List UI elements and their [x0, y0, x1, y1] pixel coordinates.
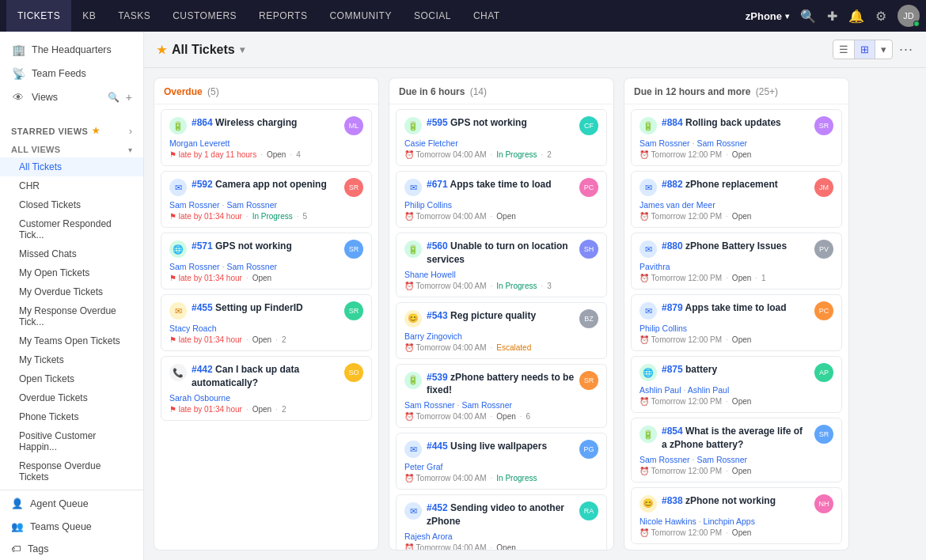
- view-item-closed-tickets[interactable]: Closed Tickets: [0, 195, 143, 214]
- table-row[interactable]: ✉ #879 Apps take time to load PC Philip …: [631, 294, 842, 351]
- table-row[interactable]: ✉ #880 zPhone Battery Issues PV Pavithra…: [631, 233, 842, 289]
- ticket-assignee[interactable]: Casie Fletcher: [404, 138, 598, 148]
- grid-view-button[interactable]: ⊞: [855, 40, 875, 59]
- starred-views-chevron[interactable]: ›: [129, 125, 132, 137]
- table-row[interactable]: 🔋 #864 Wireless charging ML Morgan Lever…: [161, 109, 372, 166]
- view-toggle: ☰ ⊞ ▾: [833, 40, 893, 59]
- settings-icon[interactable]: ⚙: [875, 9, 886, 24]
- views-icon: 👁: [11, 91, 25, 104]
- table-row[interactable]: ✉ #882 zPhone replacement JM James van d…: [631, 171, 842, 228]
- due-12h-column: Due in 12 hours and more (25+) 🔋 #884 Ro…: [624, 78, 849, 551]
- ticket-assignee[interactable]: Morgan Leverett: [169, 138, 363, 148]
- table-row[interactable]: 📞 #442 Can I back up data automatically?…: [161, 356, 372, 421]
- sidebar-item-tags[interactable]: 🏷 Tags: [0, 538, 143, 560]
- view-item-my-open-tickets[interactable]: My Open Tickets: [0, 263, 143, 282]
- table-row[interactable]: 🔋 #884 Rolling back updates SR Sam Rossn…: [631, 109, 842, 166]
- ticket-assignee[interactable]: Sam RossnerSam Rossner: [639, 138, 833, 148]
- table-row[interactable]: ✉ #671 Apps take time to load PC Philip …: [396, 171, 607, 228]
- add-icon[interactable]: ✚: [827, 9, 837, 24]
- view-item-my-response-overdue[interactable]: My Response Overdue Tick...: [0, 301, 143, 331]
- sidebar-item-teams-queue[interactable]: 👥 Teams Queue: [0, 515, 143, 538]
- ticket-meta: ⚑ late by 01:34 hour ·Open ·2: [169, 405, 363, 414]
- nav-item-reports[interactable]: REPORTS: [248, 0, 318, 32]
- search-views-icon[interactable]: 🔍: [108, 92, 120, 103]
- table-row[interactable]: ✉ #445 Using live wallpapers PG Peter Gr…: [396, 433, 607, 490]
- view-item-positive-customer[interactable]: Positive Customer Happin...: [0, 426, 143, 456]
- view-item-my-teams-open[interactable]: My Teams Open Tickets: [0, 331, 143, 350]
- sidebar: 🏢 The Headquarters 📡 Team Feeds 👁 Views …: [0, 32, 144, 560]
- sidebar-item-agent-queue[interactable]: 👤 Agent Queue: [0, 492, 143, 515]
- notifications-icon[interactable]: 🔔: [848, 9, 864, 24]
- sidebar-item-views[interactable]: 👁 Views 🔍 +: [0, 85, 143, 109]
- more-options-button[interactable]: ···: [899, 41, 913, 58]
- nav-item-community[interactable]: COMMUNITY: [318, 0, 403, 32]
- avatar: SO: [344, 363, 363, 382]
- nav-item-customers[interactable]: CUSTOMERS: [161, 0, 248, 32]
- ticket-type-icon: 🔋: [639, 426, 657, 443]
- view-item-response-overdue[interactable]: Response Overdue Tickets: [0, 456, 143, 486]
- view-item-missed-chats[interactable]: Missed Chats: [0, 244, 143, 263]
- nav-item-social[interactable]: SOCIAL: [403, 0, 462, 32]
- ticket-type-icon: 😊: [639, 495, 657, 513]
- late-indicator: ⚑ late by 01:34 hour: [169, 405, 242, 414]
- ticket-title: #543 Reg picture quality: [427, 309, 536, 323]
- table-row[interactable]: 🔋 #595 GPS not working CF Casie Fletcher…: [396, 109, 607, 166]
- table-row[interactable]: ✉ #592 Camera app not opening SR Sam Ros…: [161, 171, 372, 228]
- table-row[interactable]: 🌐 #875 battery AP Ashlin PaulAshlin Paul…: [631, 356, 842, 413]
- sidebar-item-team-feeds[interactable]: 📡 Team Feeds: [0, 62, 143, 85]
- ticket-assignee[interactable]: Ashlin PaulAshlin Paul: [639, 385, 833, 395]
- view-item-chr[interactable]: CHR: [0, 176, 143, 195]
- sidebar-item-headquarters[interactable]: 🏢 The Headquarters: [0, 38, 143, 62]
- table-row[interactable]: ✉ #455 Setting up FinderID SR Stacy Roac…: [161, 294, 372, 351]
- view-item-all-tickets[interactable]: All Tickets: [0, 157, 143, 176]
- content-title[interactable]: ★ All Tickets ▾: [157, 43, 245, 57]
- search-icon[interactable]: 🔍: [800, 9, 816, 24]
- table-row[interactable]: 🌐 #571 GPS not working SR Sam RossnerSam…: [161, 233, 372, 289]
- sidebar-bottom-section: 👤 Agent Queue 👥 Teams Queue 🏷 Tags ◀ ☰: [0, 488, 143, 560]
- list-view-button[interactable]: ☰: [833, 40, 855, 59]
- ticket-assignee[interactable]: Sam RossnerSam Rossner: [404, 400, 598, 410]
- brand-chevron-icon: ▾: [785, 12, 789, 21]
- ticket-assignee[interactable]: Stacy Roach: [169, 324, 363, 333]
- due-6h-column: Due in 6 hours (14) 🔋 #595 GPS not worki…: [389, 78, 614, 551]
- all-views-chevron-icon[interactable]: ▾: [128, 146, 132, 154]
- table-row[interactable]: 🔋 #854 What is the average life of a zPh…: [631, 418, 842, 482]
- add-view-icon[interactable]: +: [126, 91, 132, 104]
- table-row[interactable]: 😊 #838 zPhone not working NH Nicole Hawk…: [631, 487, 842, 544]
- ticket-assignee[interactable]: Pavithra: [639, 262, 833, 271]
- ticket-assignee[interactable]: Peter Graf: [404, 462, 598, 471]
- table-row[interactable]: 🔋 #560 Unable to turn on location servic…: [396, 233, 607, 297]
- view-item-open-tickets[interactable]: Open Tickets: [0, 369, 143, 388]
- nav-item-tickets[interactable]: TICKETS: [6, 0, 71, 32]
- ticket-assignee[interactable]: Barry Zingovich: [404, 331, 598, 341]
- view-item-overdue-tickets[interactable]: Overdue Tickets: [0, 388, 143, 407]
- ticket-assignee[interactable]: Sarah Osbourne: [169, 393, 363, 403]
- overdue-column-header: Overdue (5): [154, 78, 378, 104]
- nav-item-kb[interactable]: KB: [71, 0, 107, 32]
- nav-item-tasks[interactable]: TASKS: [107, 0, 161, 32]
- due-6h-count: (14): [470, 86, 487, 97]
- ticket-title: #571 GPS not working: [192, 240, 292, 253]
- ticket-assignee[interactable]: Nicole HawkinsLinchpin Apps: [639, 516, 833, 526]
- view-item-phone-tickets[interactable]: Phone Tickets: [0, 407, 143, 426]
- ticket-meta: ⚑ late by 01:34 hour ·Open ·2: [169, 335, 363, 344]
- user-avatar[interactable]: JD: [898, 5, 920, 27]
- ticket-assignee[interactable]: Philip Collins: [639, 324, 833, 333]
- nav-item-chat[interactable]: CHAT: [462, 0, 511, 32]
- ticket-assignee[interactable]: James van der Meer: [639, 200, 833, 210]
- view-item-my-overdue-tickets[interactable]: My Overdue Tickets: [0, 282, 143, 301]
- ticket-assignee[interactable]: Sam RossnerSam Rossner: [639, 455, 833, 464]
- table-row[interactable]: 🔋 #539 zPhone battery needs to be fixed!…: [396, 364, 607, 429]
- view-item-my-tickets[interactable]: My Tickets: [0, 350, 143, 369]
- ticket-assignee[interactable]: Philip Collins: [404, 200, 598, 210]
- view-item-customer-responded[interactable]: Customer Responded Tick...: [0, 214, 143, 244]
- ticket-assignee[interactable]: Rajesh Arora: [404, 532, 598, 541]
- ticket-meta: ⚑ late by 01:34 hour ·In Progress ·5: [169, 212, 363, 221]
- table-row[interactable]: ✉ #452 Sending video to another zPhone R…: [396, 494, 607, 550]
- view-options-button[interactable]: ▾: [875, 40, 892, 59]
- table-row[interactable]: 😊 #543 Reg picture quality BZ Barry Zing…: [396, 302, 607, 359]
- ticket-assignee[interactable]: Shane Howell: [404, 270, 598, 279]
- ticket-assignee[interactable]: Sam RossnerSam Rossner: [169, 200, 363, 210]
- due-12h-count: (25+): [756, 86, 778, 97]
- ticket-assignee[interactable]: Sam RossnerSam Rossner: [169, 262, 363, 271]
